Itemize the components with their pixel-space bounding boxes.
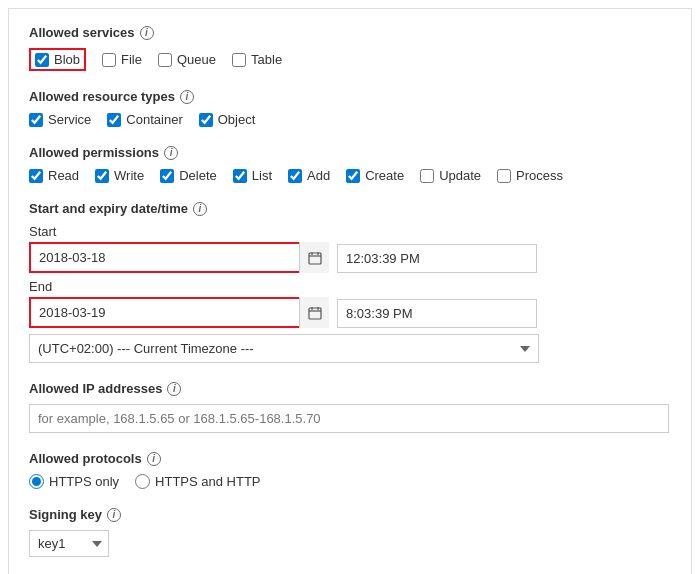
perm-create-label[interactable]: Create: [365, 168, 404, 183]
signing-key-label: Signing key i: [29, 507, 671, 522]
protocol-https-http-item: HTTPS and HTTP: [135, 474, 260, 489]
allowed-services-label: Allowed services i: [29, 25, 671, 40]
perm-add-label[interactable]: Add: [307, 168, 330, 183]
service-file-item: File: [102, 52, 142, 67]
perm-update-item: Update: [420, 168, 481, 183]
resource-container-checkbox[interactable]: [107, 113, 121, 127]
table-label[interactable]: Table: [251, 52, 282, 67]
resource-object-checkbox[interactable]: [199, 113, 213, 127]
resource-service-checkbox[interactable]: [29, 113, 43, 127]
perm-read-item: Read: [29, 168, 79, 183]
allowed-protocols-label: Allowed protocols i: [29, 451, 671, 466]
perm-write-item: Write: [95, 168, 144, 183]
start-time-wrapper: [337, 244, 537, 273]
start-calendar-icon[interactable]: [299, 242, 329, 273]
perm-delete-label[interactable]: Delete: [179, 168, 217, 183]
perm-create-item: Create: [346, 168, 404, 183]
perm-delete-item: Delete: [160, 168, 217, 183]
table-checkbox[interactable]: [232, 53, 246, 67]
signing-key-info-icon[interactable]: i: [107, 508, 121, 522]
protocol-https-only-item: HTTPS only: [29, 474, 119, 489]
allowed-resource-types-label: Allowed resource types i: [29, 89, 671, 104]
perm-write-label[interactable]: Write: [114, 168, 144, 183]
resource-service-item: Service: [29, 112, 91, 127]
ip-input[interactable]: [29, 404, 669, 433]
start-label: Start: [29, 224, 671, 239]
perm-process-checkbox[interactable]: [497, 169, 511, 183]
allowed-services-info-icon[interactable]: i: [140, 26, 154, 40]
end-date-input[interactable]: [29, 297, 329, 328]
resource-object-label[interactable]: Object: [218, 112, 256, 127]
queue-label[interactable]: Queue: [177, 52, 216, 67]
perm-list-item: List: [233, 168, 272, 183]
blob-label[interactable]: Blob: [54, 52, 80, 67]
perm-add-checkbox[interactable]: [288, 169, 302, 183]
perm-process-item: Process: [497, 168, 563, 183]
allowed-services-group: Blob File Queue Table: [29, 48, 671, 71]
perm-write-checkbox[interactable]: [95, 169, 109, 183]
service-blob-item: Blob: [29, 48, 86, 71]
allowed-permissions-info-icon[interactable]: i: [164, 146, 178, 160]
svg-rect-4: [309, 308, 321, 319]
perm-list-checkbox[interactable]: [233, 169, 247, 183]
perm-update-checkbox[interactable]: [420, 169, 434, 183]
https-http-radio[interactable]: [135, 474, 150, 489]
allowed-ip-info-icon[interactable]: i: [167, 382, 181, 396]
start-date-input[interactable]: [29, 242, 329, 273]
perm-create-checkbox[interactable]: [346, 169, 360, 183]
file-label[interactable]: File: [121, 52, 142, 67]
resource-container-item: Container: [107, 112, 182, 127]
perm-list-label[interactable]: List: [252, 168, 272, 183]
perm-read-label[interactable]: Read: [48, 168, 79, 183]
end-date-wrapper: [29, 297, 329, 328]
file-checkbox[interactable]: [102, 53, 116, 67]
allowed-resource-types-info-icon[interactable]: i: [180, 90, 194, 104]
timezone-select[interactable]: (UTC+02:00) --- Current Timezone ---: [29, 334, 539, 363]
start-date-row: [29, 242, 671, 273]
resource-object-item: Object: [199, 112, 256, 127]
allowed-protocols-info-icon[interactable]: i: [147, 452, 161, 466]
allowed-ip-label: Allowed IP addresses i: [29, 381, 671, 396]
start-date-wrapper: [29, 242, 329, 273]
start-time-input[interactable]: [337, 244, 537, 273]
service-table-item: Table: [232, 52, 282, 67]
allowed-permissions-group: Read Write Delete List Add Create: [29, 168, 671, 183]
blob-checkbox[interactable]: [35, 53, 49, 67]
https-http-label[interactable]: HTTPS and HTTP: [155, 474, 260, 489]
end-time-input[interactable]: [337, 299, 537, 328]
perm-delete-checkbox[interactable]: [160, 169, 174, 183]
svg-rect-0: [309, 253, 321, 264]
perm-add-item: Add: [288, 168, 330, 183]
perm-process-label[interactable]: Process: [516, 168, 563, 183]
perm-read-checkbox[interactable]: [29, 169, 43, 183]
end-date-row: [29, 297, 671, 328]
protocols-group: HTTPS only HTTPS and HTTP: [29, 474, 671, 489]
https-only-label[interactable]: HTTPS only: [49, 474, 119, 489]
allowed-resource-types-group: Service Container Object: [29, 112, 671, 127]
end-label: End: [29, 279, 671, 294]
signing-key-select[interactable]: key1 key2: [29, 530, 109, 557]
service-queue-item: Queue: [158, 52, 216, 67]
allowed-permissions-label: Allowed permissions i: [29, 145, 671, 160]
resource-container-label[interactable]: Container: [126, 112, 182, 127]
queue-checkbox[interactable]: [158, 53, 172, 67]
timezone-wrapper: (UTC+02:00) --- Current Timezone ---: [29, 334, 543, 363]
perm-update-label[interactable]: Update: [439, 168, 481, 183]
resource-service-label[interactable]: Service: [48, 112, 91, 127]
end-calendar-icon[interactable]: [299, 297, 329, 328]
end-time-wrapper: [337, 299, 537, 328]
start-expiry-label: Start and expiry date/time i: [29, 201, 671, 216]
start-expiry-info-icon[interactable]: i: [193, 202, 207, 216]
https-only-radio[interactable]: [29, 474, 44, 489]
